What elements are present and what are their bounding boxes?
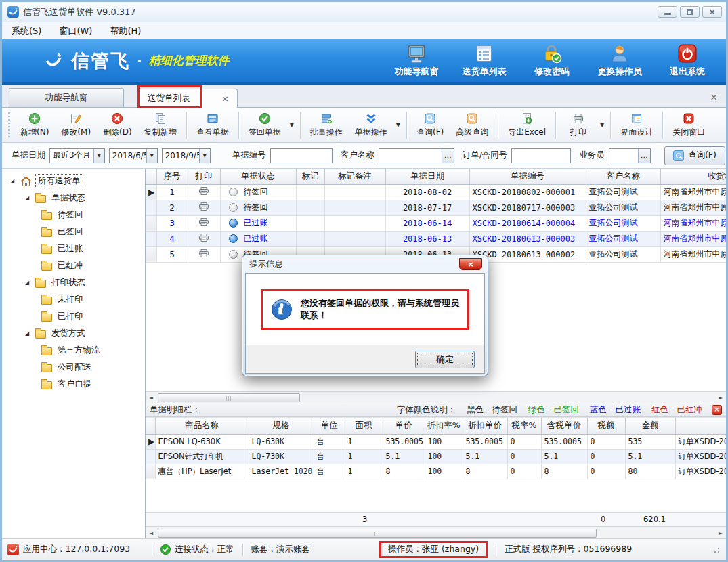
close-button[interactable]: × [702, 6, 722, 18]
detail-row[interactable]: 惠普（HP）LaserJet LaserJet 1020 台 1 8 100 8… [146, 464, 726, 479]
order-input[interactable] [512, 149, 570, 163]
col-status[interactable]: 单据状态 [220, 169, 296, 184]
detail-row[interactable]: EPSON针式打印机 LQ-730K 台 1 5.1 100 5.1 0 5.1… [146, 449, 726, 464]
menu-help[interactable]: 帮助(H) [110, 25, 141, 37]
scroll-right-icon[interactable]: ► [715, 393, 726, 403]
copy-new-button[interactable]: 复制新增 [138, 110, 183, 141]
chevron-down-icon[interactable]: ▼ [199, 149, 210, 163]
col-no[interactable]: 序号 [156, 169, 188, 184]
tree-item-pending-sign[interactable]: 待签回 [3, 207, 144, 223]
orders-hscrollbar[interactable]: ◄ ► [146, 391, 726, 403]
tree-item-print-status[interactable]: ◢打印状态 [3, 274, 144, 291]
col-code[interactable]: 单据编号 [469, 169, 586, 184]
dcol-spec[interactable]: 规格 [249, 418, 314, 434]
dcol-discount-price[interactable]: 折扣单价 [463, 418, 507, 434]
expander-icon[interactable]: ◢ [10, 178, 17, 184]
tree-item-not-printed[interactable]: 未打印 [3, 291, 144, 308]
date-preset-select[interactable]: 最近3个月▼ [49, 148, 105, 163]
new-button[interactable]: 新增(N) [14, 110, 55, 141]
detail-hscrollbar[interactable]: ◄ ► [146, 527, 726, 538]
minimize-button[interactable] [658, 6, 677, 18]
maximize-button[interactable] [680, 6, 700, 18]
export-excel-button[interactable]: 导出Excel [502, 110, 552, 141]
tree-item-ship-method[interactable]: ◢发货方式 [3, 325, 144, 342]
dcol-product[interactable]: 商品名称 [155, 418, 249, 434]
ok-button[interactable]: 确定 [415, 351, 475, 368]
banner-switch-operator[interactable]: 更换操作员 [591, 43, 649, 78]
order-row[interactable]: 2 待签回 2018-07-17 XSCKD-20180717-000003 亚… [146, 200, 726, 215]
detail-close-icon[interactable]: × [712, 405, 722, 415]
tab-delivery-list[interactable]: 送货单列表 × [139, 89, 238, 108]
date-to-select[interactable]: 2018/9/5▼ [162, 148, 211, 163]
dialog-title-bar[interactable]: 提示信息 × [245, 255, 485, 273]
menu-system[interactable]: 系统(S) [12, 25, 41, 37]
order-row[interactable]: 3 已过账 2018-06-14 XSCKD-20180614-000004 亚… [146, 215, 726, 231]
doc-no-input[interactable] [271, 149, 332, 163]
ui-design-button[interactable]: 界面设计 [614, 110, 659, 141]
ellipsis-button[interactable]: … [638, 149, 650, 163]
expander-icon[interactable]: ◢ [25, 330, 32, 337]
tree-item-company-delivery[interactable]: 公司配送 [3, 359, 144, 376]
tab-close-icon[interactable]: × [221, 93, 229, 104]
dcol-tax-rate[interactable]: 税率% [507, 418, 541, 434]
col-print[interactable]: 打印 [188, 169, 220, 184]
menu-window[interactable]: 窗口(W) [59, 25, 92, 37]
col-address[interactable]: 收货地址 [660, 169, 726, 184]
print-button[interactable]: 打印 [559, 110, 597, 141]
expander-icon[interactable]: ◢ [25, 195, 32, 201]
dcol-area[interactable]: 面积 [345, 418, 383, 434]
tabstrip-close-icon[interactable]: × [710, 92, 718, 102]
dcol-tax[interactable]: 税额 [587, 418, 625, 434]
scroll-thumb[interactable] [158, 393, 300, 402]
tab-nav-window[interactable]: 功能导航窗 [9, 88, 124, 107]
sign-back-button[interactable]: 签回单据 [242, 110, 287, 141]
ellipsis-button[interactable]: … [442, 149, 454, 163]
dcol-discount-rate[interactable]: 折扣率% [425, 418, 463, 434]
scroll-left-icon[interactable]: ◄ [146, 528, 156, 538]
salesman-input[interactable] [609, 149, 638, 163]
resize-grip[interactable] [712, 546, 721, 554]
customer-input[interactable] [379, 149, 442, 163]
dcol-price[interactable]: 单价 [383, 418, 425, 434]
adv-query-button[interactable]: 高级查询 [450, 110, 494, 141]
order-row[interactable]: ▶ 1 待签回 2018-08-02 XSCKD-20180802-000001… [146, 184, 726, 200]
doc-ops-dropdown-icon[interactable]: ▼ [393, 122, 403, 128]
dcol-unit[interactable]: 单位 [314, 418, 345, 434]
banner-nav-window[interactable]: 功能导航窗 [387, 43, 446, 78]
banner-change-password[interactable]: 修改密码 [523, 43, 581, 78]
scroll-thumb[interactable] [158, 529, 597, 538]
tree-item-signed[interactable]: 已签回 [3, 223, 144, 240]
col-date[interactable]: 单据日期 [385, 169, 469, 184]
col-mark[interactable]: 标记 [296, 169, 324, 184]
view-doc-button[interactable]: 查看单据 [190, 110, 235, 141]
tree-item-posted[interactable]: 已过账 [3, 240, 144, 257]
tree-item-red-flushed[interactable]: 已红冲 [3, 257, 144, 274]
dialog-close-button[interactable]: × [459, 258, 482, 270]
scroll-right-icon[interactable]: ► [715, 528, 726, 538]
tree-item-customer-pickup[interactable]: 客户自提 [3, 376, 144, 393]
detail-row[interactable]: ▶ EPSON LQ-630K LQ-630K 台 1 535.0005 100… [146, 434, 726, 449]
query-button[interactable]: 查询(F) [410, 110, 450, 141]
toolbar-drag-handle[interactable] [6, 112, 12, 138]
sign-back-dropdown-icon[interactable]: ▼ [287, 122, 297, 128]
doc-ops-button[interactable]: 单据操作 [349, 110, 393, 141]
expander-icon[interactable]: ◢ [25, 280, 32, 286]
close-window-button[interactable]: 关闭窗口 [666, 110, 711, 141]
edit-button[interactable]: 修改(M) [55, 110, 97, 141]
col-customer[interactable]: 客户名称 [586, 169, 660, 184]
banner-exit-system[interactable]: 退出系统 [658, 43, 716, 78]
banner-delivery-list[interactable]: 送货单列表 [455, 43, 513, 78]
print-dropdown-icon[interactable]: ▼ [597, 122, 607, 128]
date-from-select[interactable]: 2018/6/5▼ [109, 148, 158, 163]
dcol-order[interactable] [675, 418, 726, 434]
chevron-down-icon[interactable]: ▼ [93, 149, 104, 163]
col-mark-note[interactable]: 标记备注 [324, 169, 385, 184]
batch-ops-button[interactable]: 批量操作 [304, 110, 349, 141]
tree-item-printed[interactable]: 已打印 [3, 308, 144, 325]
scroll-left-icon[interactable]: ◄ [146, 393, 156, 403]
tree-item-all[interactable]: ◢所有送货单 [3, 173, 144, 190]
order-row[interactable]: 4 已过账 2018-06-13 XSCKD-20180613-000003 亚… [146, 231, 726, 246]
query-filter-button[interactable]: 查询(F) [664, 146, 725, 165]
dcol-amount[interactable]: 金额 [625, 418, 675, 434]
chevron-down-icon[interactable]: ▼ [146, 149, 157, 163]
